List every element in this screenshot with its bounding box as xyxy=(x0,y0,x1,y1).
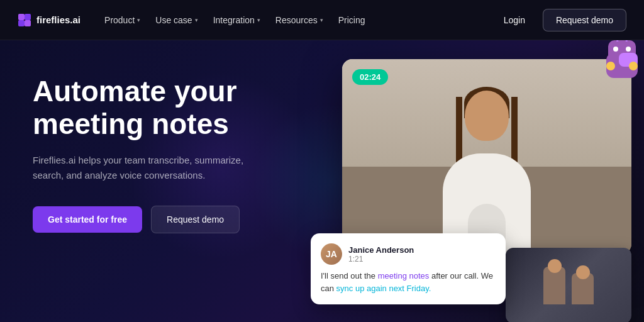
chevron-down-icon: ▾ xyxy=(195,17,198,23)
brand-name: fireflies.ai xyxy=(36,14,80,25)
robot-mascot xyxy=(600,40,644,84)
nav-item-usecase[interactable]: Use case ▾ xyxy=(149,11,204,29)
video-small-background xyxy=(506,248,631,322)
navbar: fireflies.ai Product ▾ Use case ▾ Integr… xyxy=(0,0,644,40)
chat-message: I'll send out the meeting notes after ou… xyxy=(321,270,496,294)
nav-item-pricing[interactable]: Pricing xyxy=(332,11,372,29)
nav-left: fireflies.ai Product ▾ Use case ▾ Integr… xyxy=(18,11,372,29)
request-demo-hero-button[interactable]: Request demo xyxy=(151,206,240,233)
person-small-head-2 xyxy=(576,265,590,279)
nav-item-product[interactable]: Product ▾ xyxy=(98,11,147,29)
person-figure xyxy=(424,78,550,254)
hero-buttons: Get started for free Request demo xyxy=(33,206,270,233)
hero-section: Automate your meeting notes Fireflies.ai… xyxy=(0,40,644,322)
robot-antenna-right xyxy=(625,40,629,42)
chat-time: 1:21 xyxy=(348,255,414,264)
chevron-down-icon: ▾ xyxy=(320,17,323,23)
person-head xyxy=(465,91,509,141)
video-small-people xyxy=(543,267,594,304)
chat-header: JA Janice Anderson 1:21 xyxy=(321,243,496,265)
chat-message-start: I'll send out the xyxy=(321,271,378,280)
get-started-button[interactable]: Get started for free xyxy=(33,206,142,233)
svg-rect-3 xyxy=(25,20,31,26)
hero-right: 02:24 JA Janice Anderson 1:21 I'll send … xyxy=(323,40,644,298)
chat-highlight-sync-up: sync up again next Friday. xyxy=(336,284,431,293)
chat-card: JA Janice Anderson 1:21 I'll send out th… xyxy=(311,233,506,304)
logo[interactable]: fireflies.ai xyxy=(18,13,80,27)
nav-item-resources[interactable]: Resources ▾ xyxy=(269,11,330,29)
person-small-head-1 xyxy=(548,259,562,273)
hero-subtitle: Fireflies.ai helps your team transcribe,… xyxy=(33,153,259,183)
hero-title: Automate your meeting notes xyxy=(33,75,270,140)
chat-meta: Janice Anderson 1:21 xyxy=(348,245,414,264)
chevron-down-icon: ▾ xyxy=(137,17,140,23)
robot-body xyxy=(606,53,638,78)
video-card-main: 02:24 xyxy=(342,59,631,254)
robot-eye-left xyxy=(613,47,618,52)
chat-highlight-meeting-notes: meeting notes xyxy=(378,271,430,280)
hero-left: Automate your meeting notes Fireflies.ai… xyxy=(0,40,270,258)
nav-item-integration[interactable]: Integration ▾ xyxy=(207,11,267,29)
avatar: JA xyxy=(321,243,342,265)
robot-hand-right xyxy=(629,62,638,70)
nav-right: Login Request demo xyxy=(494,9,626,31)
svg-rect-1 xyxy=(25,14,31,20)
robot-eye-right xyxy=(626,47,631,52)
robot-antenna-left xyxy=(614,40,618,42)
room-background xyxy=(342,59,631,254)
svg-rect-2 xyxy=(18,20,25,26)
nav-links: Product ▾ Use case ▾ Integration ▾ Resou… xyxy=(98,11,372,29)
login-button[interactable]: Login xyxy=(494,10,535,30)
logo-icon xyxy=(18,13,31,27)
request-demo-nav-button[interactable]: Request demo xyxy=(543,9,626,31)
person-small-2 xyxy=(572,273,594,304)
video-card-small xyxy=(506,248,631,322)
chat-name: Janice Anderson xyxy=(348,245,414,255)
person-small-1 xyxy=(543,267,565,304)
svg-rect-0 xyxy=(18,14,25,20)
chevron-down-icon: ▾ xyxy=(257,17,260,23)
robot-hand-left xyxy=(606,62,615,70)
timestamp-badge: 02:24 xyxy=(352,69,388,85)
